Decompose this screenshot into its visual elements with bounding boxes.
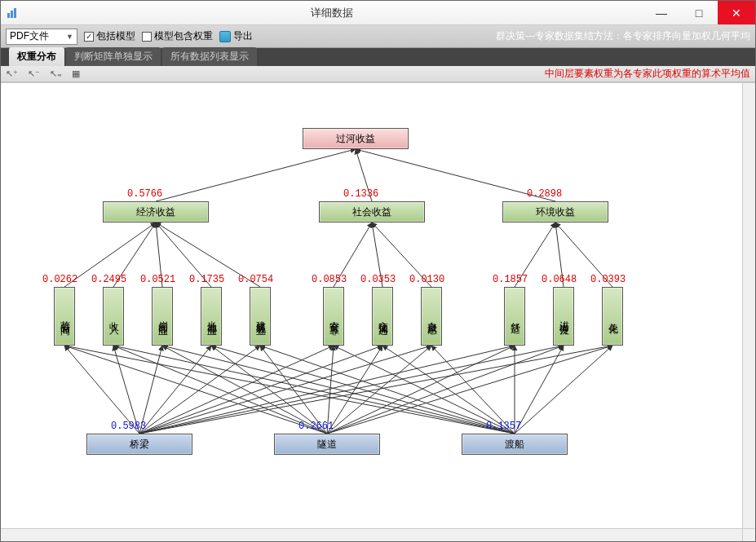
app-icon	[4, 7, 20, 19]
weight-subcriterion-10: 0.0393	[590, 274, 626, 285]
weight-subcriterion-6: 0.0353	[360, 274, 396, 285]
horizontal-scrollbar[interactable]	[1, 528, 742, 541]
minimize-button[interactable]: ―	[643, 1, 680, 24]
weight-subcriterion-2: 0.0521	[140, 274, 175, 285]
svg-line-41	[162, 346, 515, 434]
weight-subcriterion-0: 0.0262	[42, 274, 77, 285]
window-title: 详细数据	[20, 6, 643, 20]
node-root[interactable]: 过河收益	[303, 128, 409, 149]
export-label: 导出	[233, 29, 253, 43]
checkbox-label: 包括模型	[96, 29, 135, 43]
scroll-corner	[742, 528, 755, 541]
tabbar: 权重分布 判断矩阵单独显示 所有数据列表显示	[1, 48, 755, 66]
close-button[interactable]: ✕	[718, 1, 755, 24]
svg-line-21	[139, 346, 260, 434]
zoom-in-icon[interactable]: ↖⁺	[6, 68, 18, 79]
svg-line-35	[327, 346, 431, 434]
weight-subcriterion-7: 0.0130	[409, 274, 444, 285]
node-criterion-2[interactable]: 环境收益	[502, 201, 608, 223]
node-subcriterion-10[interactable]: 美化	[602, 287, 623, 346]
node-subcriterion-3[interactable]: 当地商业	[201, 287, 222, 346]
weight-alternative-2: 0.1357	[486, 421, 521, 432]
svg-line-23	[139, 346, 382, 434]
node-alternative-2[interactable]: 渡船	[462, 434, 568, 455]
node-criterion-1[interactable]: 社会收益	[319, 201, 425, 223]
combo-label: PDF文件	[10, 29, 49, 43]
titlebar: 详细数据 ― □ ✕	[1, 1, 755, 25]
node-alternative-0[interactable]: 桥梁	[86, 434, 192, 455]
weight-criterion-1: 0.1336	[343, 188, 378, 200]
maximize-button[interactable]: □	[680, 1, 718, 24]
svg-line-27	[139, 346, 612, 434]
sub-toolbar: ↖⁺ ↖⁻ ↖₌ ▦ 中间层要素权重为各专家此项权重的算术平均值	[1, 66, 755, 82]
toggle-grid-icon[interactable]: ▦	[72, 68, 80, 79]
zoom-reset-icon[interactable]: ↖₌	[50, 68, 62, 79]
model-include-weight-checkbox[interactable]: 模型包含权重	[142, 29, 213, 43]
file-type-combo[interactable]: PDF文件 ▼	[6, 29, 77, 45]
checkbox-label: 模型包含权重	[154, 29, 213, 43]
weight-alternative-0: 0.5983	[111, 421, 146, 432]
vertical-scrollbar[interactable]	[742, 83, 755, 528]
svg-rect-1	[11, 11, 13, 18]
tab-weight-distribution[interactable]: 权重分布	[9, 47, 64, 66]
node-subcriterion-9[interactable]: 进出方便	[553, 287, 574, 346]
node-alternative-1[interactable]: 隧道	[274, 434, 380, 455]
zoom-out-icon[interactable]: ↖⁻	[28, 68, 40, 79]
chevron-down-icon: ▼	[66, 33, 73, 41]
node-subcriterion-4[interactable]: 建筑就业	[250, 287, 271, 346]
node-subcriterion-0[interactable]: 节省时间	[54, 287, 75, 346]
svg-line-48	[515, 346, 564, 434]
weight-criterion-0: 0.5766	[127, 188, 162, 200]
node-subcriterion-8[interactable]: 舒适	[504, 287, 525, 346]
weight-subcriterion-5: 0.0853	[312, 274, 347, 285]
svg-rect-0	[7, 13, 10, 18]
weight-subcriterion-3: 0.1735	[189, 274, 224, 285]
node-subcriterion-7[interactable]: 自豪感	[421, 287, 442, 346]
node-subcriterion-1[interactable]: 收入	[103, 287, 124, 346]
checkbox-icon: ✓	[84, 32, 94, 42]
weight-subcriterion-9: 0.0648	[542, 274, 577, 285]
method-note: 群决策---专家数据集结方法：各专家排序向量加权几何平均	[496, 29, 750, 43]
include-model-checkbox[interactable]: ✓ 包括模型	[84, 29, 135, 43]
tab-matrix-display[interactable]: 判断矩阵单独显示	[66, 47, 161, 66]
diagram-canvas[interactable]: 过河收益经济收益0.5766社会收益0.1336环境收益0.2898节省时间0.…	[1, 82, 755, 541]
export-icon	[219, 31, 231, 42]
weight-subcriterion-4: 0.0754	[238, 274, 273, 285]
svg-line-49	[515, 346, 612, 434]
node-subcriterion-5[interactable]: 安全可靠	[323, 287, 344, 346]
checkbox-icon	[142, 32, 152, 42]
svg-line-3	[156, 149, 356, 201]
node-subcriterion-6[interactable]: 交往沟通	[372, 287, 393, 346]
svg-line-5	[356, 149, 555, 201]
weight-criterion-2: 0.2898	[527, 188, 562, 200]
tab-all-data-list[interactable]: 所有数据列表显示	[162, 47, 257, 66]
node-criterion-0[interactable]: 经济收益	[103, 201, 209, 223]
node-subcriterion-2[interactable]: 岸间商业	[152, 287, 173, 346]
weight-alternative-1: 0.2661	[298, 421, 334, 432]
weight-note: 中间层要素权重为各专家此项权重的算术平均值	[545, 67, 750, 81]
export-button[interactable]: 导出	[219, 29, 253, 43]
toolbar: PDF文件 ▼ ✓ 包括模型 模型包含权重 导出 群决策---专家数据集结方法：…	[1, 25, 755, 48]
weight-subcriterion-1: 0.2495	[91, 274, 126, 285]
weight-subcriterion-8: 0.1857	[493, 274, 528, 285]
svg-rect-2	[14, 8, 16, 18]
